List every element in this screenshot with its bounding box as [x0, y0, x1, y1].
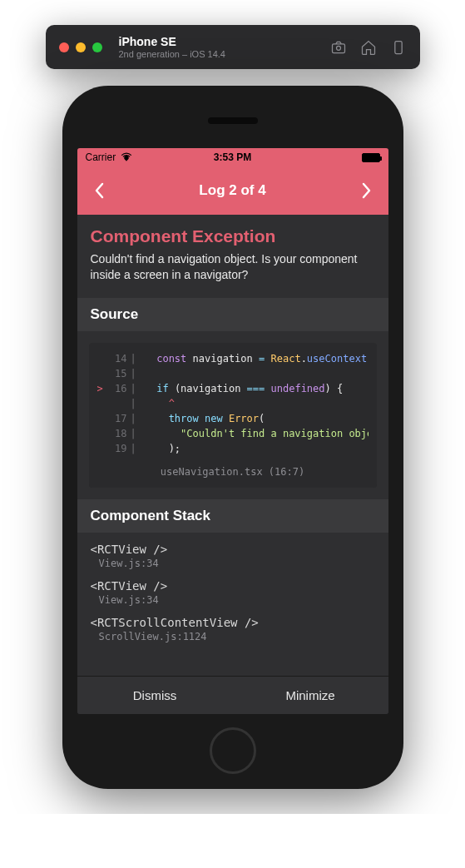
source-heading: Source [77, 298, 388, 331]
stack-component: <RCTView /> [91, 543, 375, 556]
simulator-title-bar: iPhone SE 2nd generation – iOS 14.4 [46, 25, 420, 69]
minimize-button[interactable]: Minimize [233, 677, 388, 714]
stack-frame[interactable]: <RCTView />View.js:34 [91, 543, 375, 569]
dismiss-button[interactable]: Dismiss [77, 677, 233, 714]
error-message: Couldn't find a navigation object. Is yo… [91, 251, 375, 283]
carrier-label: Carrier [86, 151, 116, 163]
source-file-location: useNavigation.tsx (16:7) [89, 456, 377, 488]
stack-location: View.js:34 [91, 558, 375, 569]
device-subtitle: 2nd generation – iOS 14.4 [119, 49, 225, 59]
error-header: Component Exception Couldn't find a navi… [77, 215, 388, 298]
rotate-icon[interactable] [390, 39, 407, 56]
source-code-block: 14| const navigation = React.useContext(… [89, 343, 377, 488]
status-bar: Carrier 3:53 PM [77, 148, 388, 166]
stack-location: View.js:34 [91, 594, 375, 606]
svg-rect-0 [332, 43, 344, 52]
logbox-bottom-bar: Dismiss Minimize [77, 676, 388, 714]
device-name: iPhone SE [119, 35, 225, 48]
stack-frame[interactable]: <RCTView />View.js:34 [91, 579, 375, 606]
error-title: Component Exception [91, 226, 375, 246]
stack-component: <RCTScrollContentView /> [91, 616, 375, 629]
phone-speaker [208, 117, 258, 124]
svg-point-1 [336, 46, 340, 50]
phone-screen: Carrier 3:53 PM Log 2 of 4 Component Exc… [77, 148, 388, 714]
code-line: | ^ [89, 396, 377, 411]
component-stack-list: <RCTView />View.js:34<RCTView />View.js:… [77, 533, 388, 656]
stack-frame[interactable]: <RCTScrollContentView />ScrollView.js:11… [91, 616, 375, 642]
svg-rect-2 [394, 41, 401, 53]
code-line: 14| const navigation = React.useContext(… [89, 351, 377, 366]
simulator-actions [330, 39, 407, 56]
code-line: 19| ); [89, 441, 377, 456]
code-line: 15| [89, 366, 377, 381]
phone-frame: Carrier 3:53 PM Log 2 of 4 Component Exc… [62, 86, 403, 789]
log-nav-title: Log 2 of 4 [199, 182, 265, 199]
code-line: 17| throw new Error( [89, 411, 377, 426]
code-line: >16| if (navigation === undefined) { [89, 381, 377, 396]
home-icon[interactable] [360, 39, 377, 56]
minimize-window-button[interactable] [76, 42, 86, 52]
code-line: 18| "Couldn't find a navigation objec [89, 426, 377, 441]
traffic-lights [59, 42, 102, 52]
wifi-icon [121, 151, 132, 163]
fullscreen-window-button[interactable] [92, 42, 102, 52]
log-navigation: Log 2 of 4 [77, 166, 388, 215]
screenshot-icon[interactable] [330, 39, 347, 56]
stack-location: ScrollView.js:1124 [91, 631, 375, 642]
close-window-button[interactable] [59, 42, 69, 52]
prev-log-button[interactable] [94, 181, 106, 200]
home-button[interactable] [210, 727, 256, 774]
battery-icon [362, 153, 380, 162]
simulator-device-info: iPhone SE 2nd generation – iOS 14.4 [119, 35, 225, 59]
status-time: 3:53 PM [214, 151, 251, 163]
component-stack-heading: Component Stack [77, 499, 388, 533]
stack-component: <RCTView /> [91, 579, 375, 593]
error-scroll-area[interactable]: Component Exception Couldn't find a navi… [77, 215, 388, 676]
next-log-button[interactable] [360, 181, 372, 200]
